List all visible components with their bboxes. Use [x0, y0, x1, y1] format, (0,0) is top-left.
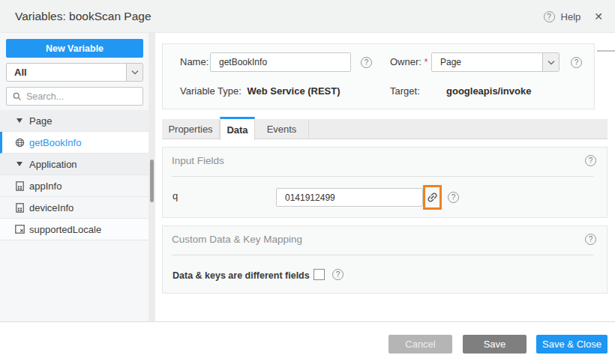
device-icon: [14, 181, 25, 191]
variable-details-panel: Name: * ? Owner: * Page ? Variable Type:…: [162, 43, 595, 109]
checkbox-help-icon[interactable]: ?: [332, 269, 344, 280]
new-variable-button[interactable]: New Variable: [6, 39, 143, 58]
custom-mapping-help-icon[interactable]: ?: [585, 234, 596, 245]
device-icon: [14, 203, 25, 213]
checkbox-label: Data & keys are different fields: [172, 270, 310, 281]
triangle-down-icon: [14, 118, 25, 123]
web-service-icon: [14, 138, 25, 148]
data-keys-checkbox[interactable]: [314, 269, 325, 280]
owner-label: Owner: *: [390, 56, 428, 67]
locale-icon: [14, 225, 25, 234]
help-link[interactable]: Help: [561, 11, 581, 22]
variable-type-label: Variable Type:: [180, 85, 242, 97]
close-icon[interactable]: ✕: [594, 10, 603, 22]
triangle-down-icon: [14, 162, 25, 166]
name-field[interactable]: [210, 52, 351, 72]
search-icon: [13, 92, 22, 101]
save-button[interactable]: Save: [463, 335, 526, 354]
filter-dropdown[interactable]: All: [6, 63, 143, 82]
owner-dropdown[interactable]: Page: [431, 52, 560, 72]
page-title: Variables: bookScan Page: [15, 10, 152, 23]
q-help-icon[interactable]: ?: [448, 192, 459, 203]
input-fields-section: Input Fields ? q ?: [162, 147, 608, 218]
owner-help-icon[interactable]: ?: [571, 57, 582, 68]
search-box: [6, 87, 143, 106]
cancel-button[interactable]: Cancel: [388, 335, 452, 354]
target-value: googleapis/invoke: [446, 85, 531, 97]
save-close-button[interactable]: Save & Close: [536, 335, 608, 354]
input-fields-help-icon[interactable]: ?: [585, 155, 596, 166]
owner-value: Page: [440, 57, 542, 67]
variable-type-row: Variable Type: Web Service (REST): [180, 85, 340, 97]
help-icon[interactable]: ?: [544, 11, 555, 22]
custom-mapping-section: Custom Data & Key Mapping ? Data & keys …: [162, 225, 608, 294]
q-value-field[interactable]: [276, 188, 423, 207]
sidebar-group-application[interactable]: Application: [0, 154, 148, 175]
scrollbar-dash: [597, 50, 615, 52]
section-title: Input Fields: [172, 155, 224, 166]
required-marker: *: [424, 56, 428, 67]
search-input[interactable]: [26, 91, 142, 102]
sidebar-group-page[interactable]: Page: [0, 110, 148, 132]
tab-events[interactable]: Events: [255, 119, 309, 139]
section-title: Custom Data & Key Mapping: [172, 234, 302, 245]
target-label: Target:: [390, 85, 420, 97]
chevron-down-icon: [126, 64, 142, 81]
annotation-highlight: [423, 185, 442, 210]
variable-type-value: Web Service (REST): [248, 85, 340, 97]
field-label: q: [172, 190, 178, 201]
tab-properties[interactable]: Properties: [162, 119, 220, 139]
sidebar-item-supportedlocale[interactable]: supportedLocale: [0, 219, 148, 240]
sidebar-scrollbar-thumb[interactable]: [150, 160, 154, 202]
dialog-header: Variables: bookScan Page ? Help ✕: [0, 0, 615, 33]
tab-data[interactable]: Data: [220, 117, 255, 140]
chain-link-icon: [423, 188, 441, 206]
footer-divider: [0, 321, 615, 322]
divider: [172, 255, 593, 255]
chevron-down-icon: [542, 53, 559, 71]
sidebar-item-getbookinfo[interactable]: getBookInfo: [0, 132, 148, 154]
sidebar-item-deviceinfo[interactable]: deviceInfo: [0, 197, 148, 219]
sidebar-item-appinfo[interactable]: appInfo: [0, 175, 148, 197]
variables-sidebar: New Variable All Page getBookInfo Applic…: [0, 33, 148, 321]
filter-value: All: [14, 67, 126, 78]
map-data-button[interactable]: [426, 191, 439, 204]
divider: [172, 176, 593, 177]
name-help-icon[interactable]: ?: [361, 57, 372, 68]
